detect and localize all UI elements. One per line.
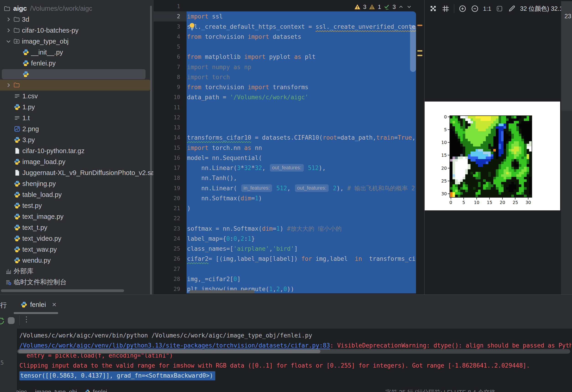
code-line-22[interactable] bbox=[187, 213, 416, 223]
line-number[interactable]: 26 bbox=[153, 254, 180, 264]
tree-item-cifar-10-python.tar.gz[interactable]: cifar-10-python.tar.gz bbox=[0, 145, 153, 156]
code-line-11[interactable] bbox=[187, 102, 416, 113]
actual-size-icon[interactable] bbox=[495, 5, 504, 13]
scrollbar-warning-mark[interactable] bbox=[417, 55, 422, 56]
edit-image-icon[interactable] bbox=[508, 5, 516, 13]
tree-horizontal-scrollbar[interactable] bbox=[1, 289, 124, 292]
line-number[interactable]: 19 bbox=[153, 183, 180, 193]
chevron-down-icon[interactable] bbox=[5, 38, 12, 45]
line-number[interactable]: 27 bbox=[153, 264, 180, 274]
tree-item-text_image.py[interactable]: text_image.py bbox=[0, 211, 153, 222]
line-number[interactable]: 24 bbox=[153, 234, 180, 244]
code-line-20[interactable]: nn.Softmax(dim=1) bbox=[187, 193, 416, 203]
scrollbar-warning-mark[interactable] bbox=[417, 50, 422, 51]
line-number[interactable]: 25 bbox=[153, 244, 180, 254]
tree-item-1.csv[interactable]: 1.csv bbox=[0, 91, 153, 101]
tree-item-venv[interactable]: venv bbox=[0, 80, 153, 91]
code-line-16[interactable]: model= nn.Sequential( bbox=[187, 153, 416, 163]
line-number[interactable]: 14 bbox=[153, 132, 180, 143]
code-line-5[interactable] bbox=[187, 42, 416, 52]
line-number[interactable]: 1 bbox=[153, 1, 180, 11]
tree-item-text_video.py[interactable]: text_video.py bbox=[0, 233, 153, 244]
code-line-21[interactable]: ) bbox=[187, 203, 416, 213]
code-line-18[interactable]: nn.Tanh(), bbox=[187, 173, 416, 183]
code-line-13[interactable] bbox=[187, 123, 416, 132]
stop-button[interactable] bbox=[8, 317, 15, 324]
code-line-7[interactable]: import numpy as np bbox=[187, 62, 416, 72]
editor-vertical-scrollbar[interactable] bbox=[410, 25, 416, 72]
code-line-25[interactable]: class_names=['airplane','bird'] bbox=[187, 244, 416, 254]
line-number[interactable]: 13 bbox=[153, 123, 180, 132]
code-line-4[interactable]: from torchvision import datasets bbox=[187, 32, 416, 42]
console-link-text[interactable]: /Volumes/c/work/aigc/venv/lib/python3.13… bbox=[19, 342, 330, 349]
line-number[interactable]: 29 bbox=[153, 284, 180, 294]
tree-item-__init__.py[interactable]: __init__.py bbox=[0, 47, 153, 58]
line-number[interactable]: 12 bbox=[153, 113, 180, 123]
tree-vertical-scrollbar[interactable] bbox=[150, 6, 152, 295]
more-options-icon[interactable]: ⋮ bbox=[23, 315, 30, 324]
code-line-23[interactable]: softmax = nn.Softmax(dim=1) #放大大的 缩小小的 bbox=[187, 224, 416, 234]
line-number[interactable]: 18 bbox=[153, 173, 180, 183]
run-console[interactable]: 5 /Volumes/c/work/aigc/venv/bin/python /… bbox=[0, 328, 572, 392]
tree-item-Juggernaut-XL_v9_RunDiffusionPhoto_v2.safetensors[interactable]: Juggernaut-XL_v9_RunDiffusionPhoto_v2.sa… bbox=[0, 167, 153, 178]
code-line-17[interactable]: nn.Linear(3*32*32, out_features: 512), bbox=[187, 163, 416, 173]
code-editor[interactable]: 1234567891011121314151617181920212223242… bbox=[153, 0, 424, 294]
pixel-grid-icon[interactable] bbox=[442, 5, 450, 13]
tree-item-fenlei.py[interactable]: fenlei.py bbox=[0, 58, 153, 69]
tree-item-shenjing.py[interactable]: shenjing.py bbox=[0, 178, 153, 189]
scrollbar-warning-mark[interactable] bbox=[417, 25, 422, 26]
tree-item-tuxiangfenlei.py[interactable]: tuxiangfenlei.py bbox=[0, 69, 153, 80]
chevron-right-icon[interactable] bbox=[5, 27, 12, 34]
breadcrumb-item[interactable]: image_type_obj bbox=[35, 388, 77, 392]
tree-item-2.png[interactable]: 2.png bbox=[0, 123, 153, 134]
tree-item-wendu.py[interactable]: wendu.py bbox=[0, 255, 153, 266]
tree-item-image_type_obj[interactable]: image_type_obj bbox=[0, 36, 153, 47]
line-number[interactable]: 16 bbox=[153, 153, 180, 163]
console-scrollbar-thumb[interactable] bbox=[18, 350, 320, 353]
tree-item-text_wav.py[interactable]: text_wav.py bbox=[0, 244, 153, 255]
chevron-right-icon[interactable] bbox=[5, 16, 12, 23]
code-line-14[interactable]: transforms_cifar10 = datasets.CIFAR10(ro… bbox=[187, 132, 416, 143]
tree-root-aigc[interactable]: aigc /Volumes/c/work/aigc bbox=[0, 3, 153, 14]
line-number[interactable]: 7 bbox=[153, 62, 180, 72]
zoom-out-icon[interactable] bbox=[471, 5, 479, 13]
tree-item-cifar-10-batches-py[interactable]: cifar-10-batches-py bbox=[0, 25, 153, 36]
line-number[interactable]: 28 bbox=[153, 274, 180, 284]
line-number[interactable]: 22 bbox=[153, 213, 180, 223]
tree-item-临时文件和控制台[interactable]: 临时文件和控制台 bbox=[0, 277, 153, 288]
line-number[interactable]: 4 bbox=[153, 32, 180, 42]
tree-item-test.py[interactable]: test.py bbox=[0, 200, 153, 211]
line-number[interactable]: 2 bbox=[153, 11, 180, 21]
line-number[interactable]: 21 bbox=[153, 203, 180, 213]
next-issue-icon[interactable] bbox=[406, 4, 412, 10]
tree-item-外部库[interactable]: 外部库 bbox=[0, 266, 153, 277]
tree-item-image_load.py[interactable]: image_load.py bbox=[0, 156, 153, 167]
code-line-3[interactable]: ssl._create_default_https_context = ssl.… bbox=[187, 22, 416, 32]
tree-item-3.py[interactable]: 3.py bbox=[0, 134, 153, 145]
line-number[interactable]: 9 bbox=[153, 82, 180, 92]
inspections-widget[interactable]: 3 1 3 bbox=[354, 2, 412, 11]
code-line-12[interactable] bbox=[187, 113, 416, 123]
code-line-26[interactable]: cifar2= [(img,label_map[label]) for img,… bbox=[187, 254, 416, 264]
tree-item-3d[interactable]: 3d bbox=[0, 14, 153, 25]
intention-bulb-icon[interactable] bbox=[189, 22, 195, 31]
line-number[interactable]: 15 bbox=[153, 143, 180, 153]
line-number[interactable]: 6 bbox=[153, 52, 180, 62]
zoom-in-icon[interactable] bbox=[459, 5, 467, 13]
zoom-one-to-one-button[interactable]: 1:1 bbox=[483, 5, 491, 12]
transparency-checker-icon[interactable] bbox=[429, 5, 437, 13]
tree-item-table_load.py[interactable]: table_load.py bbox=[0, 189, 153, 200]
code-line-19[interactable]: nn.Linear( in_features: 512, out_feature… bbox=[187, 183, 416, 193]
close-tab-icon[interactable]: ✕ bbox=[52, 301, 57, 308]
run-tab-fenlei[interactable]: fenlei ✕ bbox=[20, 299, 57, 310]
line-number[interactable]: 3 bbox=[153, 22, 180, 32]
code-line-24[interactable]: label_map={0:0,2:1} bbox=[187, 234, 416, 244]
breadcrumb-item[interactable]: fenlei bbox=[93, 388, 107, 392]
code-line-15[interactable]: import torch.nn as nn bbox=[187, 143, 416, 153]
line-number[interactable]: 10 bbox=[153, 92, 180, 102]
line-number[interactable]: 23 bbox=[153, 224, 180, 234]
line-number[interactable]: 11 bbox=[153, 102, 180, 113]
code-line-2[interactable]: import ssl bbox=[187, 11, 416, 21]
prev-issue-icon[interactable] bbox=[398, 4, 404, 10]
code-line-27[interactable] bbox=[187, 264, 416, 274]
